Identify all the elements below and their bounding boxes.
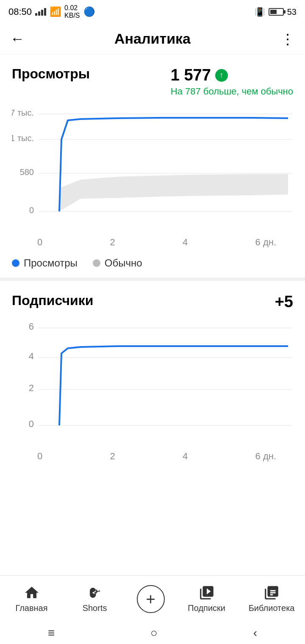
- system-home-button[interactable]: ○: [150, 626, 158, 640]
- nav-subscriptions[interactable]: Подписки: [186, 585, 228, 613]
- system-menu-button[interactable]: ≡: [48, 626, 55, 640]
- views-title: Просмотры: [12, 66, 90, 82]
- sub-x-label-2: 2: [110, 451, 115, 462]
- svg-text:580: 580: [20, 167, 34, 177]
- vibrate-icon: 📳: [255, 7, 265, 17]
- sub-x-label-6: 6 дн.: [255, 451, 276, 462]
- views-legend: Просмотры Обычно: [12, 257, 293, 269]
- views-value: 1 577 ↑: [171, 66, 293, 84]
- shorts-icon: [87, 585, 103, 601]
- views-subtitle: На 787 больше, чем обычно: [171, 86, 293, 97]
- x-label-4: 4: [183, 237, 188, 248]
- views-chart-svg: 1,7 тыс. 1,1 тыс. 580 0: [12, 105, 293, 233]
- subscribers-title: Подписчики: [12, 293, 93, 308]
- svg-text:1,7 тыс.: 1,7 тыс.: [12, 108, 34, 117]
- subscribers-value: +5: [275, 293, 293, 311]
- signal-icon: [35, 8, 46, 16]
- nav-library-label: Библиотека: [249, 603, 295, 613]
- nav-library[interactable]: Библиотека: [249, 585, 295, 613]
- status-time-area: 08:50 📶 0.02KB/S 🔵: [8, 4, 95, 19]
- network-speed: 0.02KB/S: [64, 4, 80, 19]
- x-label-2: 2: [110, 237, 115, 248]
- svg-text:1,1 тыс.: 1,1 тыс.: [12, 133, 34, 143]
- library-icon: [263, 585, 280, 601]
- sub-x-label-4: 4: [183, 451, 188, 462]
- chrome-icon: 🔵: [83, 6, 95, 17]
- views-x-labels: 0 2 4 6 дн.: [12, 237, 293, 248]
- svg-text:6: 6: [29, 321, 34, 332]
- top-navigation: ← Аналитика ⋮: [0, 24, 305, 54]
- status-time: 08:50: [8, 6, 32, 17]
- nav-home[interactable]: Главная: [11, 585, 53, 613]
- nav-home-label: Главная: [15, 603, 47, 613]
- menu-button[interactable]: ⋮: [280, 31, 295, 47]
- subscribers-x-labels: 0 2 4 6 дн.: [12, 451, 293, 462]
- system-back-button[interactable]: ‹: [253, 626, 257, 640]
- subscribers-section: Подписчики +5 6 4 2 0 0 2 4 6 дн.: [0, 281, 305, 472]
- svg-text:4: 4: [29, 351, 34, 361]
- subscribers-chart: 6 4 2 0 0 2 4 6 дн.: [12, 319, 293, 472]
- nav-shorts[interactable]: Shorts: [74, 585, 116, 613]
- nav-shorts-label: Shorts: [83, 603, 107, 613]
- legend-views: Просмотры: [12, 257, 78, 269]
- add-icon: +: [146, 591, 155, 607]
- svg-marker-8: [59, 174, 288, 211]
- legend-normal: Обычно: [93, 257, 142, 269]
- battery-percent: 53: [287, 7, 297, 17]
- views-chart: 1,7 тыс. 1,1 тыс. 580 0 0 2 4 6 дн.: [12, 105, 293, 250]
- home-icon: [24, 585, 40, 601]
- svg-text:0: 0: [29, 205, 34, 215]
- legend-normal-dot: [93, 259, 100, 267]
- sub-x-label-0: 0: [37, 451, 42, 462]
- views-section: Просмотры 1 577 ↑ На 787 больше, чем обы…: [0, 54, 305, 281]
- status-indicators: 📳 53: [255, 7, 297, 17]
- wifi-icon: 📶: [50, 6, 61, 17]
- back-button[interactable]: ←: [10, 31, 25, 47]
- nav-subscriptions-label: Подписки: [188, 603, 225, 613]
- svg-text:0: 0: [29, 419, 34, 429]
- subscribers-header: Подписчики +5: [12, 293, 293, 311]
- bottom-navigation: Главная Shorts + Подписки Библиотека: [0, 575, 305, 622]
- subscriptions-icon: [199, 585, 215, 601]
- x-label-0: 0: [37, 237, 42, 248]
- legend-normal-label: Обычно: [105, 257, 142, 269]
- trend-up-icon: ↑: [215, 69, 228, 82]
- views-header: Просмотры 1 577 ↑ На 787 больше, чем обы…: [12, 66, 293, 97]
- page-title: Аналитика: [114, 31, 191, 47]
- svg-text:2: 2: [29, 383, 34, 393]
- system-navigation: ≡ ○ ‹: [0, 622, 305, 644]
- status-bar: 08:50 📶 0.02KB/S 🔵 📳 53: [0, 0, 305, 24]
- legend-views-dot: [12, 259, 19, 267]
- nav-add-button[interactable]: +: [137, 585, 165, 613]
- legend-views-label: Просмотры: [24, 257, 78, 269]
- battery-icon: [269, 8, 284, 16]
- x-label-6: 6 дн.: [255, 237, 276, 248]
- subscribers-chart-svg: 6 4 2 0: [12, 319, 293, 447]
